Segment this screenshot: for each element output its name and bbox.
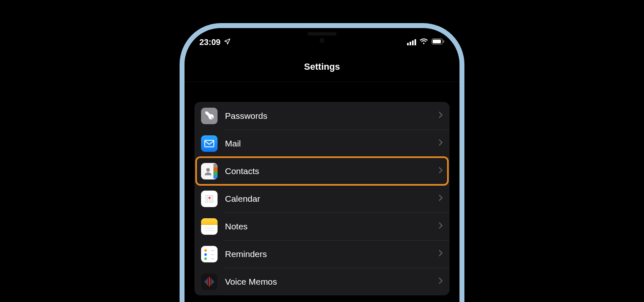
location-arrow-icon — [224, 38, 231, 47]
chevron-right-icon — [438, 250, 443, 258]
svg-rect-2 — [443, 40, 445, 42]
status-time: 23:09 — [199, 38, 220, 47]
battery-icon — [431, 38, 445, 46]
wifi-icon — [419, 38, 428, 46]
row-label: Calendar — [225, 194, 438, 204]
calendar-icon — [201, 191, 218, 207]
chevron-right-icon — [438, 222, 443, 231]
volume-up-button[interactable] — [180, 177, 180, 205]
row-label: Contacts — [225, 166, 438, 176]
notes-icon — [201, 218, 218, 235]
device-notch — [272, 28, 372, 45]
phone-screen: 23:09 — [185, 28, 459, 302]
row-label: Notes — [225, 222, 438, 231]
row-label: Passwords — [225, 111, 438, 121]
phone-device-frame: 23:09 — [180, 23, 464, 302]
key-icon — [201, 108, 218, 124]
nav-bar: Settings — [185, 52, 459, 82]
row-label: Voice Memos — [225, 277, 438, 287]
chevron-right-icon — [438, 111, 443, 120]
settings-row-voice-memos[interactable]: Voice Memos — [194, 268, 450, 295]
settings-row-passwords[interactable]: Passwords — [194, 102, 450, 130]
settings-row-notes[interactable]: Notes — [194, 212, 450, 240]
chevron-right-icon — [438, 139, 443, 148]
svg-point-4 — [206, 168, 210, 172]
cellular-signal-icon — [407, 39, 416, 45]
chevron-right-icon — [438, 167, 443, 175]
settings-row-mail[interactable]: Mail — [194, 130, 450, 157]
settings-group: Passwords Mail — [194, 102, 450, 295]
settings-row-calendar[interactable]: Calendar — [194, 185, 450, 212]
power-button[interactable] — [464, 205, 464, 251]
mail-icon — [201, 135, 218, 152]
row-label: Reminders — [225, 249, 438, 259]
svg-rect-1 — [433, 40, 441, 43]
page-title: Settings — [304, 61, 340, 72]
settings-row-contacts[interactable]: Contacts — [194, 157, 450, 185]
chevron-right-icon — [438, 194, 443, 203]
svg-rect-3 — [205, 140, 214, 147]
chevron-right-icon — [438, 277, 443, 286]
contacts-icon — [201, 163, 218, 179]
reminders-icon — [201, 246, 218, 262]
settings-row-reminders[interactable]: Reminders — [194, 240, 450, 268]
volume-down-button[interactable] — [180, 214, 180, 243]
row-label: Mail — [225, 139, 438, 149]
voice-memos-icon — [201, 274, 218, 290]
